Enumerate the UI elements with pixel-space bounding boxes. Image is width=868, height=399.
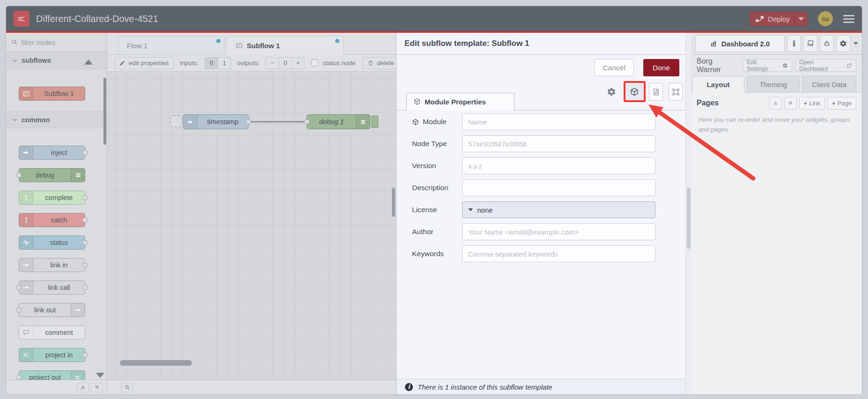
right-port[interactable]	[82, 353, 88, 357]
inputs-option-1[interactable]: 1	[218, 58, 230, 69]
debug-enable-toggle[interactable]	[371, 116, 378, 128]
properties-gear-button[interactable]	[603, 83, 620, 100]
palette-node-project-out[interactable]: project out	[19, 370, 85, 380]
palette-node-subflow-1[interactable]: Subflow 1	[19, 87, 85, 101]
tab-client-data[interactable]: Client Data	[802, 76, 856, 93]
palette-collapse-all-button[interactable]	[77, 383, 89, 392]
palette-node-link-call[interactable]: link call	[19, 281, 85, 295]
tab-layout[interactable]: Layout	[692, 76, 744, 93]
main-menu-button[interactable]	[843, 15, 854, 23]
field-version-input[interactable]	[462, 157, 655, 174]
palette-scrollbar[interactable]	[103, 78, 106, 145]
outputs-increase-button[interactable]: +	[291, 58, 304, 69]
left-port[interactable]	[16, 308, 22, 312]
user-avatar[interactable]: su	[818, 11, 833, 26]
open-dashboard-button[interactable]: Open Dashboard	[795, 59, 856, 72]
form-row-author: Author	[412, 223, 685, 240]
node-palette: subflowsSubflow 1commoninjectdebugcomple…	[6, 33, 107, 394]
canvas-horizontal-scrollbar[interactable]	[120, 360, 192, 366]
field-node-type-input[interactable]	[462, 135, 655, 152]
field-module-input[interactable]	[462, 113, 655, 130]
tab-subflow-1[interactable]: Subflow 1	[227, 36, 344, 55]
right-port[interactable]	[82, 218, 88, 222]
palette-category-common[interactable]: common	[6, 111, 107, 128]
selected-value: none	[477, 206, 493, 214]
config-tab-button[interactable]	[836, 35, 850, 52]
field-label: License	[412, 206, 462, 214]
help-tab-button[interactable]	[803, 35, 817, 52]
canvas-node-timestamp[interactable]: timestamp	[183, 114, 249, 129]
status-node-checkbox[interactable]	[311, 59, 318, 66]
add-page-button[interactable]: +Page	[827, 97, 856, 110]
external-link-icon	[846, 63, 852, 68]
right-port[interactable]	[82, 150, 88, 155]
node-icon-strip	[19, 146, 33, 159]
edit-properties-label: edit properties	[129, 59, 169, 66]
done-button[interactable]: Done	[643, 59, 679, 76]
right-port[interactable]	[82, 263, 88, 267]
search-input[interactable]	[21, 38, 91, 46]
right-port[interactable]	[82, 195, 88, 200]
right-port[interactable]	[82, 285, 88, 290]
palette-node-catch[interactable]: catch	[19, 213, 85, 227]
field-keywords-input[interactable]	[462, 245, 655, 262]
appearance-frame-button[interactable]	[669, 83, 683, 101]
field-label: Node Type	[412, 140, 462, 148]
tab-dashboard-2[interactable]: Dashboard 2.0	[695, 35, 785, 52]
left-port[interactable]	[16, 375, 22, 380]
module-properties-cube-button[interactable]	[625, 83, 643, 101]
palette-scroll-up-icon[interactable]	[84, 59, 93, 65]
sidebar-more-tabs-button[interactable]	[853, 42, 859, 45]
comment-icon	[22, 329, 30, 336]
move-down-button[interactable]	[784, 97, 797, 110]
canvas-node-debug-1[interactable]: debug 1	[307, 114, 370, 129]
dialog-header: Edit subflow template: Subflow 1	[397, 33, 685, 55]
edit-subflow-tray: Edit subflow template: Subflow 1 Cancel …	[396, 33, 691, 394]
description-doc-button[interactable]	[649, 83, 663, 101]
chevron-down-icon	[12, 117, 18, 123]
palette-node-link-out[interactable]: link out	[19, 303, 85, 317]
deploy-dropdown-button[interactable]	[795, 17, 807, 21]
palette-node-comment[interactable]: comment	[19, 325, 85, 340]
palette-node-project-in[interactable]: project in	[19, 348, 85, 362]
canvas-vertical-scrollbar[interactable]	[392, 188, 395, 217]
palette-node-inject[interactable]: inject	[19, 146, 85, 160]
palette-node-status[interactable]: status	[19, 236, 85, 250]
output-port[interactable]	[246, 119, 251, 124]
palette-node-complete[interactable]: complete	[19, 191, 85, 205]
palette-expand-all-button[interactable]	[91, 383, 103, 392]
edit-settings-button[interactable]: Edit Settings	[743, 59, 792, 72]
left-port[interactable]	[16, 173, 22, 177]
edit-properties-button[interactable]: edit properties	[114, 57, 174, 69]
tab-flow-1[interactable]: Flow 1	[118, 36, 225, 55]
palette-scroll-down-icon[interactable]	[96, 373, 104, 378]
move-up-button[interactable]	[769, 97, 782, 110]
palette-node-debug[interactable]: debug	[19, 168, 85, 182]
outputs-decrease-button[interactable]: −	[266, 58, 279, 69]
tray-scrollbar[interactable]	[685, 33, 691, 394]
field-author-input[interactable]	[462, 223, 655, 240]
chevron-down-icon	[12, 58, 18, 64]
palette-node-link-in[interactable]: link in	[19, 258, 85, 272]
zoom-search-button[interactable]	[121, 383, 133, 392]
cancel-button[interactable]: Cancel	[594, 59, 634, 76]
debug-tab-button[interactable]	[820, 35, 834, 52]
add-link-button[interactable]: +Link	[799, 97, 825, 110]
exclamation-icon	[22, 194, 30, 201]
field-license-select[interactable]: none	[462, 201, 655, 218]
plus-icon: +	[804, 100, 808, 107]
input-port[interactable]	[304, 119, 309, 124]
deploy-button[interactable]: Deploy	[750, 12, 808, 26]
subflow-input-stub[interactable]	[170, 115, 182, 127]
info-tab-button[interactable]: i	[787, 35, 801, 52]
node-red-icon	[74, 374, 82, 380]
form-row-module: Module	[412, 113, 685, 130]
field-description-input[interactable]	[462, 179, 655, 196]
tab-module-properties[interactable]: Module Properties	[406, 93, 515, 111]
status-node-toggle[interactable]: status node	[310, 57, 356, 69]
tab-theming[interactable]: Theming	[747, 76, 800, 93]
left-port[interactable]	[16, 285, 22, 290]
inputs-option-0[interactable]: 0	[205, 58, 218, 69]
right-port[interactable]	[82, 240, 88, 245]
node-label: status	[33, 236, 85, 249]
